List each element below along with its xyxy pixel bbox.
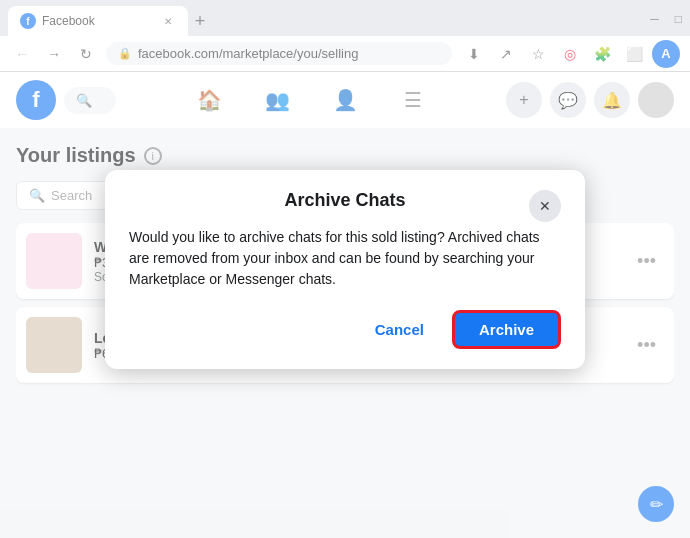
dialog-close-button[interactable]: ✕ [529, 190, 561, 222]
archive-button[interactable]: Archive [452, 310, 561, 349]
dialog-header: Archive Chats ✕ [129, 190, 561, 211]
dialog-title: Archive Chats [284, 190, 405, 211]
dialog-body: Would you like to archive chats for this… [129, 227, 561, 290]
dialog-footer: Cancel Archive [129, 310, 561, 349]
archive-dialog: Archive Chats ✕ Would you like to archiv… [105, 170, 585, 369]
cancel-button[interactable]: Cancel [359, 313, 440, 346]
modal-overlay: Archive Chats ✕ Would you like to archiv… [0, 0, 690, 538]
